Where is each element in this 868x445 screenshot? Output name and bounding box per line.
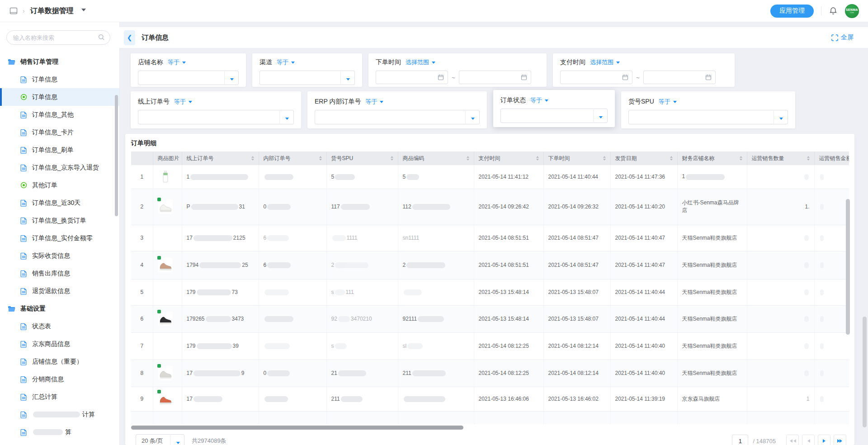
sort-icon[interactable] bbox=[467, 155, 469, 162]
table-row-8[interactable]: 81790212112021-05-14 08:12:252021-05-14 … bbox=[131, 360, 849, 387]
search-icon[interactable] bbox=[98, 34, 105, 43]
vertical-scrollbar[interactable] bbox=[846, 199, 850, 335]
window-icon[interactable] bbox=[9, 6, 18, 15]
sidebar-item[interactable]: 订单信息_实付金额零 bbox=[0, 229, 119, 247]
filter-select[interactable] bbox=[628, 110, 788, 124]
column-header[interactable]: 内部订单号 bbox=[259, 151, 326, 165]
next-page-button[interactable] bbox=[818, 435, 830, 445]
sidebar-item[interactable]: 订单信息_换货订单 bbox=[0, 212, 119, 229]
sidebar-item[interactable]: 状态表 bbox=[0, 317, 119, 335]
search-input[interactable] bbox=[6, 30, 110, 45]
filter-select[interactable] bbox=[138, 110, 294, 124]
product-image-cell[interactable] bbox=[153, 305, 182, 332]
sort-icon[interactable] bbox=[319, 155, 322, 162]
notification-bell-icon[interactable] bbox=[829, 6, 838, 15]
filter-operator[interactable]: 选择范围 bbox=[590, 58, 620, 66]
sidebar-item[interactable]: 订单信息_其他 bbox=[0, 106, 119, 123]
table-row-10[interactable] bbox=[131, 411, 849, 424]
app-manage-button[interactable]: 应用管理 bbox=[770, 5, 814, 18]
sidebar-item[interactable]: 店铺低动销计算 bbox=[0, 441, 119, 445]
column-header[interactable]: 运营销售数量 bbox=[747, 151, 814, 165]
filter-operator[interactable]: 等于 bbox=[174, 98, 192, 106]
back-button[interactable]: ❮ bbox=[124, 30, 135, 45]
sort-icon[interactable] bbox=[251, 155, 254, 162]
product-image[interactable] bbox=[158, 391, 173, 407]
sidebar-item[interactable]: 算 bbox=[0, 423, 119, 441]
sidebar-item[interactable]: 订单信息 bbox=[0, 88, 119, 106]
product-image[interactable] bbox=[158, 365, 173, 381]
breadcrumb-title[interactable]: 订单数据管理 bbox=[30, 6, 74, 16]
product-image[interactable] bbox=[158, 169, 173, 185]
sidebar-item[interactable]: 销售出库信息 bbox=[0, 265, 119, 282]
product-image-cell[interactable] bbox=[153, 189, 182, 225]
sort-icon[interactable] bbox=[391, 155, 393, 162]
date-input-start[interactable] bbox=[376, 71, 448, 84]
sidebar-item[interactable]: 订单信息_刷单 bbox=[0, 141, 119, 159]
sidebar-item[interactable]: 退货退款信息 bbox=[0, 282, 119, 300]
column-header[interactable]: 运营销售金额 bbox=[814, 151, 849, 165]
product-image[interactable] bbox=[158, 199, 173, 214]
table-row-4[interactable]: 41794256222021-05-14 08:51:512021-05-14 … bbox=[131, 251, 849, 279]
table-row-7[interactable]: 717939ssl2021-05-14 08:12:252021-05-14 0… bbox=[131, 332, 849, 360]
product-image-cell[interactable] bbox=[153, 387, 182, 411]
page-size-select[interactable]: 20 条/页 bbox=[136, 434, 184, 445]
fullscreen-button[interactable]: 全屏 bbox=[831, 33, 854, 42]
sort-icon[interactable] bbox=[670, 155, 673, 162]
sidebar-group[interactable]: 销售订单管理 bbox=[0, 53, 119, 71]
sort-icon[interactable] bbox=[603, 155, 606, 162]
table-row-9[interactable]: 9172112021-05-13 16:46:062021-05-13 16:4… bbox=[131, 387, 849, 411]
date-input-end[interactable] bbox=[643, 71, 716, 84]
date-input-start[interactable] bbox=[560, 71, 632, 84]
sidebar-item[interactable]: 订单信息_京东导入退货 bbox=[0, 159, 119, 176]
date-input-end[interactable] bbox=[459, 71, 531, 84]
product-image[interactable] bbox=[158, 257, 173, 273]
sidebar-item[interactable]: 计算 bbox=[0, 406, 119, 423]
product-image-cell[interactable] bbox=[153, 165, 182, 189]
filter-operator[interactable]: 等于 bbox=[277, 58, 295, 66]
sidebar-item[interactable]: 订单信息 bbox=[0, 71, 119, 88]
column-header[interactable]: 下单时间 bbox=[543, 151, 610, 165]
table-row-6[interactable]: 61792653473923470210921112021-05-13 15:4… bbox=[131, 305, 849, 332]
sidebar-item[interactable]: 分销商信息 bbox=[0, 370, 119, 388]
sidebar-item[interactable]: 订单信息_卡片 bbox=[0, 123, 119, 141]
filter-select[interactable] bbox=[138, 71, 239, 85]
table-row-1[interactable]: 11552021-05-14 11:41:122021-05-14 11:40:… bbox=[131, 165, 849, 189]
column-header[interactable]: 发货日期 bbox=[610, 151, 677, 165]
filter-operator[interactable]: 等于 bbox=[530, 96, 548, 104]
column-header[interactable]: 财务店铺名称 bbox=[677, 151, 747, 165]
last-page-button[interactable] bbox=[834, 435, 846, 445]
filter-select[interactable] bbox=[259, 71, 355, 85]
sidebar-group[interactable]: 基础设置 bbox=[0, 300, 119, 317]
product-image-cell[interactable] bbox=[153, 360, 182, 387]
filter-operator[interactable]: 等于 bbox=[365, 98, 383, 106]
sidebar-item[interactable]: 店铺信息（重要） bbox=[0, 353, 119, 370]
filter-select[interactable] bbox=[500, 109, 608, 123]
filter-operator[interactable]: 等于 bbox=[659, 98, 677, 106]
column-header[interactable]: 线上订单号 bbox=[182, 151, 259, 165]
table-row-5[interactable]: 517973s1112021-05-13 15:48:142021-05-13 … bbox=[131, 279, 849, 305]
sidebar-item[interactable]: 订单信息_近30天 bbox=[0, 194, 119, 212]
window-scrollbar[interactable] bbox=[863, 317, 867, 427]
product-image[interactable] bbox=[158, 311, 173, 327]
filter-operator[interactable]: 选择范围 bbox=[406, 58, 435, 66]
sort-icon[interactable] bbox=[807, 155, 810, 162]
sidebar-item[interactable]: 实际收货信息 bbox=[0, 247, 119, 265]
sidebar-scrollbar[interactable] bbox=[115, 95, 118, 216]
filter-select[interactable] bbox=[315, 110, 480, 124]
avatar[interactable]: SENMA Com bbox=[845, 4, 859, 18]
horizontal-scrollbar[interactable] bbox=[131, 426, 463, 430]
column-header[interactable]: 支付时间 bbox=[474, 151, 543, 165]
page-input[interactable] bbox=[732, 435, 748, 445]
first-page-button[interactable] bbox=[786, 435, 799, 445]
sidebar-item[interactable]: 汇总计算 bbox=[0, 388, 119, 406]
table-row-3[interactable]: 317212561111sn11112021-05-14 08:51:51202… bbox=[131, 225, 849, 251]
sidebar-item[interactable]: 其他订单 bbox=[0, 176, 119, 194]
table-row-2[interactable]: 2P3101171122021-05-14 09:26:422021-05-14… bbox=[131, 189, 849, 225]
sort-icon[interactable] bbox=[536, 155, 539, 162]
column-header[interactable]: 商品编码 bbox=[398, 151, 474, 165]
breadcrumb-caret-icon[interactable] bbox=[81, 9, 86, 14]
sort-icon[interactable] bbox=[740, 155, 742, 162]
filter-operator[interactable]: 等于 bbox=[168, 58, 186, 66]
sidebar-item[interactable]: 京东商品信息 bbox=[0, 335, 119, 353]
product-image-cell[interactable] bbox=[153, 251, 182, 279]
